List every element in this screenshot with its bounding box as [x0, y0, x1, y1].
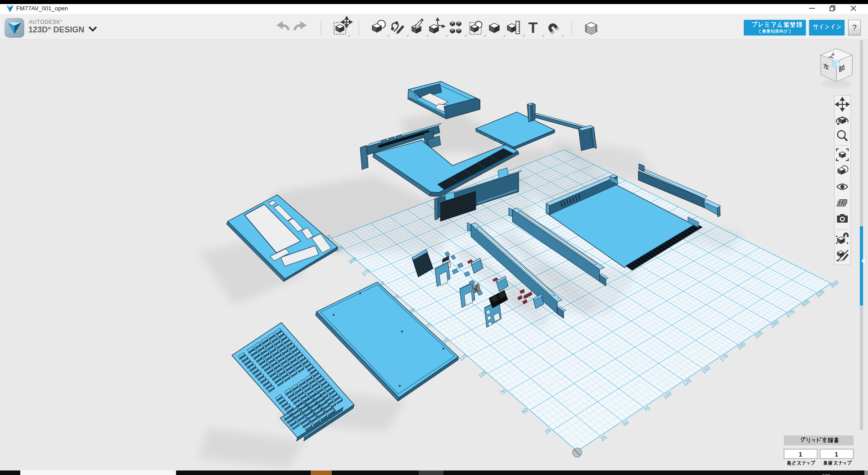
svg-text:1: 1: [835, 451, 838, 458]
svg-text:1: 1: [799, 451, 802, 458]
svg-text:350: 350: [829, 279, 840, 289]
